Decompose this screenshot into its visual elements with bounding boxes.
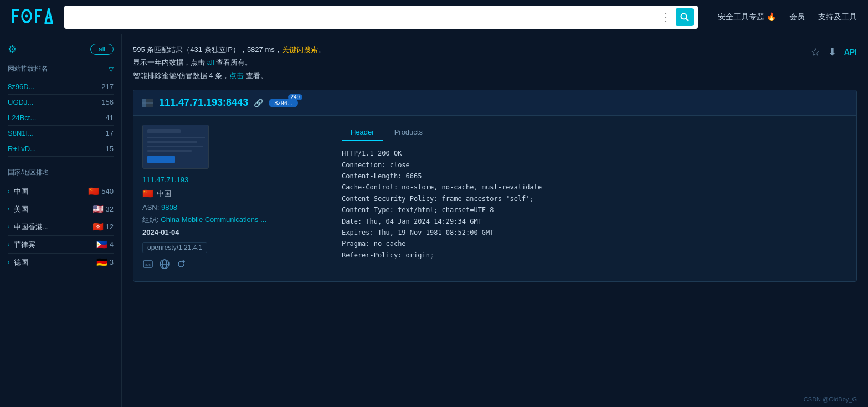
more-options-icon[interactable]: ⋮ — [660, 11, 671, 24]
card-body: 111.47.71.193 🇨🇳 中国 ASN: 9808 组织: China … — [133, 116, 856, 281]
logo[interactable] — [11, 5, 55, 29]
screenshot-thumbnail[interactable] — [142, 125, 209, 169]
svg-rect-20 — [147, 150, 192, 152]
header-line: Date: Thu, 04 Jan 2024 14:29:34 GMT — [342, 216, 848, 227]
asn-row: ASN: 9808 — [142, 203, 331, 212]
nav-support[interactable]: 支持及工具 — [818, 12, 857, 22]
tab-header[interactable]: Header — [342, 125, 383, 141]
list-item[interactable]: S8N1I... 17 — [8, 126, 114, 141]
sidebar: ⚙ all 网站指纹排名 ▽ 8z96D... 217 UGDJ... 156 … — [0, 34, 122, 407]
header-line: HTTP/1.1 200 OK — [342, 148, 848, 159]
svg-line-11 — [686, 18, 689, 20]
nav-security-tools[interactable]: 安全工具专题 🔥 — [718, 12, 776, 22]
svg-text:</>: </> — [145, 262, 151, 267]
svg-rect-19 — [147, 146, 203, 147]
star-button[interactable]: ☆ — [810, 45, 820, 59]
org-value-link[interactable]: China Mobile Communications ... — [161, 215, 266, 224]
header-line: Content-Length: 6665 — [342, 171, 848, 182]
header-line: Pragma: no-cache — [342, 238, 848, 249]
svg-point-4 — [25, 15, 28, 18]
chevron-icon: › — [8, 241, 9, 248]
honeypot-click-link[interactable]: 点击 — [229, 71, 244, 80]
svg-point-10 — [681, 13, 687, 19]
keyword-search-link[interactable]: 关键词搜索 — [282, 45, 318, 54]
funnel-icon[interactable]: ▽ — [109, 65, 114, 73]
svg-rect-21 — [147, 156, 175, 163]
filter-icon[interactable]: ⚙ — [8, 43, 17, 55]
header-line: Referer-Policy: origin; — [342, 250, 848, 261]
info-country: 🇨🇳 中国 — [142, 188, 331, 199]
refresh-action-icon[interactable] — [176, 259, 187, 272]
ip-flag-icon — [142, 99, 153, 107]
list-item[interactable]: 8z96D... 217 — [8, 79, 114, 95]
chevron-icon: › — [8, 188, 9, 194]
card-info-left: 111.47.71.193 🇨🇳 中国 ASN: 9808 组织: China … — [142, 125, 331, 272]
svg-rect-18 — [147, 141, 197, 143]
tab-bar: Header Products — [342, 125, 848, 141]
external-link-icon[interactable]: 🔗 — [254, 99, 263, 107]
filter-all-tag[interactable]: all — [90, 44, 114, 55]
server-tag: openresty/1.21.4.1 — [142, 242, 207, 253]
fire-icon: 🔥 — [767, 12, 776, 21]
nav-member[interactable]: 会员 — [789, 12, 805, 22]
toolbar: ☆ ⬇ API — [810, 43, 857, 59]
header-line: Cache-Control: no-store, no-cache, must-… — [342, 182, 848, 193]
all-link[interactable]: all — [207, 58, 214, 66]
card-info-right: Header Products HTTP/1.1 200 OK Connecti… — [342, 125, 848, 272]
list-item[interactable]: L24Bct... 41 — [8, 110, 114, 126]
header-line: Content-Security-Policy: frame-ancestors… — [342, 193, 848, 204]
list-item[interactable]: › 美国 🇺🇸 32 — [8, 200, 114, 218]
list-item[interactable]: UGDJ... 156 — [8, 95, 114, 110]
fingerprint-list: 8z96D... 217 UGDJ... 156 L24Bct... 41 S8… — [8, 79, 114, 157]
badge-count: 249 — [288, 94, 303, 100]
list-item[interactable]: › 菲律宾 🇵🇭 4 — [8, 236, 114, 254]
result-summary: 595 条匹配结果（431 条独立IP），5827 ms，关键词搜索。 显示一年… — [133, 43, 810, 82]
header-line: Expires: Thu, 19 Nov 1981 08:52:00 GMT — [342, 227, 848, 238]
download-button[interactable]: ⬇ — [828, 46, 836, 58]
asn-value-link[interactable]: 9808 — [161, 203, 177, 212]
info-ip-link[interactable]: 111.47.71.193 — [142, 176, 331, 184]
chevron-icon: › — [8, 224, 9, 230]
svg-rect-1 — [12, 9, 19, 11]
ip-address-link[interactable]: 111.47.71.193:8443 — [159, 97, 248, 109]
search-icons-group: ⋮ — [660, 8, 694, 26]
org-label: 组织: — [142, 215, 159, 224]
main-layout: ⚙ all 网站指纹排名 ▽ 8z96D... 217 UGDJ... 156 … — [0, 34, 868, 407]
org-row: 组织: China Mobile Communications ... — [142, 215, 331, 225]
svg-rect-2 — [12, 15, 18, 17]
list-item[interactable]: › 德国 🇩🇪 3 — [8, 254, 114, 271]
search-button[interactable] — [676, 8, 694, 26]
china-flag-icon: 🇨🇳 — [142, 188, 153, 199]
svg-rect-6 — [35, 9, 42, 11]
sidebar-top: ⚙ all — [8, 43, 114, 55]
list-item[interactable]: R+LvD... 15 — [8, 141, 114, 157]
code-action-icon[interactable]: </> — [142, 259, 153, 272]
date-range-text: 显示一年内数据，点击 — [133, 58, 207, 66]
search-input[interactable]: body="指挥调度管理平台" — [69, 13, 657, 22]
api-button[interactable]: API — [844, 48, 857, 56]
list-item[interactable]: › 中国香港... 🇭🇰 12 — [8, 218, 114, 236]
header-line: Content-Type: text/html; charset=UTF-8 — [342, 204, 848, 215]
svg-marker-8 — [45, 9, 52, 23]
results-info: 595 条匹配结果（431 条独立IP），5827 ms，关键词搜索。 显示一年… — [133, 43, 810, 90]
content-area: 595 条匹配结果（431 条独立IP），5827 ms，关键词搜索。 显示一年… — [122, 34, 868, 407]
header-content-text: HTTP/1.1 200 OK Connection: close Conten… — [342, 148, 848, 261]
honeypot-text: 智能排除蜜罐/仿冒数据 4 条， — [133, 71, 229, 80]
list-item[interactable]: › 中国 🇨🇳 540 — [8, 183, 114, 200]
country-list: › 中国 🇨🇳 540 › 美国 🇺🇸 32 › 中国香港... 🇭🇰 12 ›… — [8, 183, 114, 271]
app-header: body="指挥调度管理平台" ⋮ 安全工具专题 🔥 会员 支持及工具 — [0, 0, 868, 34]
svg-rect-7 — [35, 15, 40, 17]
result-count-text: 595 条匹配结果（431 条独立IP），5827 ms， — [133, 45, 282, 54]
chevron-icon: › — [8, 259, 9, 265]
nav-links: 安全工具专题 🔥 会员 支持及工具 — [718, 12, 857, 22]
asn-label: ASN: — [142, 203, 159, 212]
country-name-text: 中国 — [157, 189, 171, 199]
footer-credit: CSDN @OidBoy_G — [804, 396, 857, 403]
action-icons-row: </> — [142, 259, 331, 272]
svg-rect-17 — [147, 137, 205, 138]
globe-action-icon[interactable] — [159, 259, 170, 272]
country-section-title: 国家/地区排名 — [8, 168, 114, 177]
chevron-icon: › — [8, 206, 9, 212]
fingerprint-section-title: 网站指纹排名 ▽ — [8, 64, 114, 74]
tab-products[interactable]: Products — [386, 125, 432, 141]
